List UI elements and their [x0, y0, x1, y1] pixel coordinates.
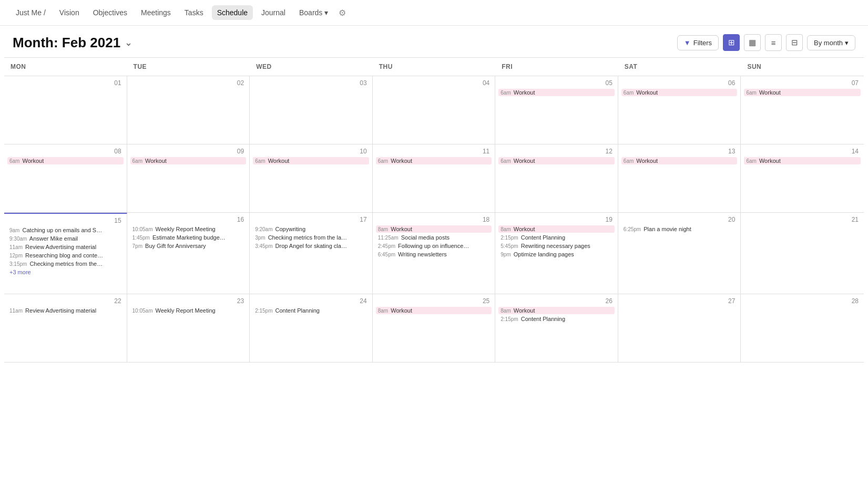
day-header-thu: THU [373, 58, 496, 76]
day-cell-28[interactable]: 28 [741, 294, 864, 362]
board-view-button[interactable]: ⊟ [786, 34, 803, 51]
day-cell-23[interactable]: 23 10:05am Weekly Report Meeting [127, 294, 250, 362]
filter-icon: ▼ [684, 39, 691, 47]
day-header-wed: WED [250, 58, 373, 76]
event-social-media[interactable]: 11:25am Social media posts [376, 234, 492, 241]
day-number: 09 [130, 147, 247, 157]
event-content-planning-24[interactable]: 2:15pm Content Planning [253, 307, 369, 314]
event-rewriting[interactable]: 5:45pm Rewriting necessary pages [498, 242, 615, 250]
day-number: 01 [7, 78, 124, 89]
list-view-button[interactable]: ≡ [765, 34, 782, 51]
day-number: 25 [376, 296, 492, 307]
event-copywriting[interactable]: 9:20am Copywriting [253, 225, 369, 233]
event-optimize[interactable]: 9pm Optimize landing pages [498, 251, 615, 258]
event-workout-18[interactable]: 8am Workout [376, 225, 492, 233]
day-cell-06[interactable]: 06 6am Workout [618, 76, 741, 144]
day-cell-15[interactable]: 15 9am Catching up on emails and S… 9:30… [4, 213, 127, 294]
nav-schedule[interactable]: Schedule [212, 5, 253, 20]
day-cell-13[interactable]: 13 6am Workout [618, 144, 741, 212]
event-review-advertising[interactable]: 11am Review Advertising material [7, 243, 124, 251]
day-number: 13 [621, 147, 738, 157]
calendar-body: 01 02 03 04 05 6am Workout 06 6am Workou… [4, 76, 864, 363]
settings-icon[interactable]: ⚙ [339, 8, 346, 18]
week-row-2: 08 6am Workout 09 6am Workout 10 6am Wor… [4, 144, 864, 213]
day-cell-26[interactable]: 26 8am Workout 2:15pm Content Planning [495, 294, 618, 362]
event-review-advertising-22[interactable]: 11am Review Advertising material [7, 307, 124, 314]
day-number: 19 [498, 215, 615, 225]
event-checking-metrics-17[interactable]: 3pm Checking metrics from the la… [253, 234, 369, 241]
day-cell-03[interactable]: 03 [250, 76, 373, 144]
event-workout-13[interactable]: 6am Workout [621, 157, 738, 164]
event-writing-newsletters[interactable]: 6:45pm Writing newsletters [376, 251, 492, 258]
nav-journal[interactable]: Journal [256, 5, 291, 20]
day-cell-20[interactable]: 20 6:25pm Plan a movie night [618, 213, 741, 294]
title-chevron-icon[interactable]: ⌄ [125, 37, 132, 48]
day-cell-27[interactable]: 27 [618, 294, 741, 362]
event-workout-08[interactable]: 6am Workout [7, 157, 124, 164]
event-movie-night[interactable]: 6:25pm Plan a movie night [621, 225, 738, 233]
day-cell-17[interactable]: 17 9:20am Copywriting 3pm Checking metri… [250, 213, 373, 294]
by-month-chevron-icon: ▾ [845, 39, 849, 47]
day-cell-14[interactable]: 14 6am Workout [741, 144, 864, 212]
event-content-planning-26[interactable]: 2:15pm Content Planning [498, 315, 615, 323]
day-cell-25[interactable]: 25 8am Workout [373, 294, 496, 362]
day-number: 15 [7, 216, 124, 226]
day-cell-04[interactable]: 04 [373, 76, 496, 144]
event-estimate-marketing[interactable]: 1:45pm Estimate Marketing budge… [130, 234, 247, 241]
day-cell-05[interactable]: 05 6am Workout [495, 76, 618, 144]
filters-button[interactable]: ▼ Filters [677, 35, 719, 50]
event-workout-05[interactable]: 6am Workout [498, 89, 615, 96]
nav-just-me[interactable]: Just Me / [11, 5, 51, 20]
calendar-grid-view-button[interactable]: ⊞ [723, 34, 740, 51]
day-cell-21[interactable]: 21 [741, 213, 864, 294]
event-researching-blog[interactable]: 12pm Researching blog and conte… [7, 252, 124, 259]
nav-boards[interactable]: Boards ▾ [294, 5, 333, 20]
day-cell-08[interactable]: 08 6am Workout [4, 144, 127, 212]
day-number: 23 [130, 296, 247, 307]
event-workout-11[interactable]: 6am Workout [376, 157, 492, 164]
event-workout-07[interactable]: 6am Workout [744, 89, 861, 96]
event-checking-metrics[interactable]: 3:15pm Checking metrics from the… [7, 260, 124, 267]
day-cell-07[interactable]: 07 6am Workout [741, 76, 864, 144]
filters-label: Filters [693, 39, 712, 47]
week-row-1: 01 02 03 04 05 6am Workout 06 6am Workou… [4, 76, 864, 144]
day-cell-18[interactable]: 18 8am Workout 11:25am Social media post… [373, 213, 496, 294]
event-catching-up[interactable]: 9am Catching up on emails and S… [7, 226, 124, 234]
day-cell-09[interactable]: 09 6am Workout [127, 144, 250, 212]
nav-vision[interactable]: Vision [54, 5, 85, 20]
event-drop-angel[interactable]: 3:45pm Drop Angel for skating cla… [253, 242, 369, 250]
nav-meetings[interactable]: Meetings [136, 5, 176, 20]
event-following-up[interactable]: 2:45pm Following up on influence… [376, 242, 492, 250]
nav-tasks[interactable]: Tasks [179, 5, 209, 20]
day-number: 18 [376, 215, 492, 225]
day-cell-01[interactable]: 01 [4, 76, 127, 144]
by-month-label: By month [814, 39, 843, 47]
event-workout-26[interactable]: 8am Workout [498, 307, 615, 314]
event-workout-25[interactable]: 8am Workout [376, 307, 492, 314]
event-content-planning-19[interactable]: 2:15pm Content Planning [498, 234, 615, 241]
event-workout-10[interactable]: 6am Workout [253, 157, 369, 164]
day-cell-16[interactable]: 16 10:05am Weekly Report Meeting 1:45pm … [127, 213, 250, 294]
event-workout-12[interactable]: 6am Workout [498, 157, 615, 164]
event-weekly-report-23[interactable]: 10:05am Weekly Report Meeting [130, 307, 247, 314]
day-cell-12[interactable]: 12 6am Workout [495, 144, 618, 212]
event-buy-gift[interactable]: 7pm Buy Gift for Anniversary [130, 242, 247, 250]
more-events-link[interactable]: +3 more [7, 268, 124, 276]
day-cell-10[interactable]: 10 6am Workout [250, 144, 373, 212]
event-weekly-report-16[interactable]: 10:05am Weekly Report Meeting [130, 225, 247, 233]
day-cell-19[interactable]: 19 8am Workout 2:15pm Content Planning 5… [495, 213, 618, 294]
event-workout-09[interactable]: 6am Workout [130, 157, 247, 164]
event-answer-mike[interactable]: 9:30am Answer Mike email [7, 235, 124, 242]
day-number: 04 [376, 78, 492, 89]
day-cell-24[interactable]: 24 2:15pm Content Planning [250, 294, 373, 362]
day-header-sat: SAT [618, 58, 741, 76]
event-workout-19[interactable]: 8am Workout [498, 225, 615, 233]
day-cell-02[interactable]: 02 [127, 76, 250, 144]
by-month-button[interactable]: By month ▾ [807, 35, 855, 50]
event-workout-06[interactable]: 6am Workout [621, 89, 738, 96]
day-cell-11[interactable]: 11 6am Workout [373, 144, 496, 212]
day-cell-22[interactable]: 22 11am Review Advertising material [4, 294, 127, 362]
event-workout-14[interactable]: 6am Workout [744, 157, 861, 164]
nav-objectives[interactable]: Objectives [88, 5, 132, 20]
calendar-small-view-button[interactable]: ▦ [744, 34, 761, 51]
